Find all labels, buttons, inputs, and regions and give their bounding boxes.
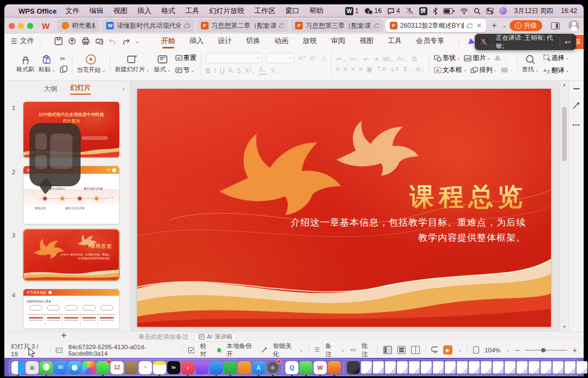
redo-icon[interactable]: [122, 38, 130, 45]
select-button[interactable]: 选择⌄: [543, 53, 569, 63]
print-icon[interactable]: [82, 37, 90, 45]
align-center-button[interactable]: ≡: [344, 65, 347, 73]
menu-文件[interactable]: 文件: [65, 6, 79, 16]
document-tab-4[interactable]: P习思想第三章（配套课件优化: [291, 19, 383, 32]
ribbon-tab-设计[interactable]: 设计: [218, 36, 232, 46]
slide-sorter-view-button[interactable]: [397, 346, 406, 354]
dock-keynote-icon[interactable]: [210, 361, 223, 374]
menu-工具[interactable]: 工具: [185, 6, 199, 16]
scroll-up-arrow[interactable]: ▲: [560, 82, 568, 87]
paragraph-settings-button[interactable]: ⊜⌄: [415, 65, 425, 73]
wifi-icon[interactable]: [460, 8, 468, 14]
underline-button[interactable]: U: [220, 67, 225, 75]
zoom-slider[interactable]: [525, 350, 567, 351]
side-panel-toggle-icon[interactable]: [551, 22, 560, 29]
outline-tab[interactable]: 大纲: [44, 84, 57, 94]
dock-photos-icon[interactable]: [82, 361, 95, 374]
increase-spacing-button[interactable]: ⇡≡: [376, 65, 385, 73]
dock-minimized-document[interactable]: [457, 361, 468, 374]
dock-minimized-document[interactable]: [493, 361, 504, 374]
textbox-button[interactable]: A 文本框⌄: [434, 65, 467, 75]
dock-minimized-document[interactable]: [481, 361, 492, 374]
dock-podcasts-icon[interactable]: [195, 361, 209, 374]
decrease-indent-button[interactable]: ⇤: [364, 55, 369, 63]
undo-icon[interactable]: [109, 38, 117, 45]
chat-tray-item[interactable]: 4: [387, 7, 400, 15]
wechat-tray-item[interactable]: 16: [364, 7, 382, 15]
dock-finder-icon[interactable]: [11, 361, 24, 374]
media-button[interactable]: ⌄: [501, 67, 513, 73]
dock-launchpad-icon[interactable]: ▦: [26, 361, 39, 374]
align-left-button[interactable]: ≡: [336, 65, 340, 73]
collapse-ribbon-icon[interactable]: [573, 88, 580, 89]
distribute-button[interactable]: ▣: [366, 65, 372, 73]
font-size-select[interactable]: [266, 53, 295, 63]
document-id[interactable]: 84c67329-5295-4130-a01d-5acde8fc3a14: [68, 344, 176, 357]
dock-messages-icon[interactable]: [40, 361, 53, 374]
fullscreen-icon[interactable]: [473, 346, 479, 353]
active-app-name[interactable]: WPS Office: [19, 7, 57, 15]
close-window-button[interactable]: [9, 23, 15, 29]
dock-minimized-document[interactable]: [409, 361, 420, 374]
highlight-color-button[interactable]: ✎⌄: [271, 67, 280, 75]
search-icon[interactable]: [474, 8, 481, 15]
layout-button[interactable]: 版式 ⌄: [154, 54, 171, 74]
share-icon[interactable]: [68, 37, 76, 45]
collapse-panel-icon[interactable]: ‹: [122, 85, 125, 93]
zoom-out-button[interactable]: −: [515, 346, 519, 355]
notes-placeholder[interactable]: 单击此处添加备注: [138, 333, 188, 341]
ribbon-tab-切换[interactable]: 切换: [246, 36, 260, 46]
more-tools-icon[interactable]: •••: [572, 121, 580, 128]
slide-thumbnail-3-selected[interactable]: 课程总览 介绍这一章基本信息，包括教学目标、重难点，为后续教学内容提供整体框架。: [23, 229, 120, 281]
mic-muted-icon[interactable]: [406, 7, 414, 15]
dock-minimized-document[interactable]: [433, 361, 444, 374]
dock-stocks-icon[interactable]: [224, 361, 237, 374]
format-painter-button[interactable]: 格式刷: [16, 55, 34, 74]
dock-minimized-document[interactable]: [505, 361, 516, 374]
dock-appstore-icon[interactable]: A: [252, 361, 265, 374]
italic-button[interactable]: I: [214, 67, 216, 75]
font-family-select[interactable]: [206, 53, 262, 63]
dock-mail-icon[interactable]: ✉: [54, 361, 67, 374]
dock-calendar-icon[interactable]: 12: [111, 361, 124, 374]
user-avatar[interactable]: [568, 20, 579, 31]
dock-safari-icon[interactable]: [68, 361, 81, 374]
dock-minimized-document[interactable]: [385, 361, 396, 374]
add-slide-button[interactable]: +: [61, 330, 67, 342]
siri-icon[interactable]: [499, 7, 507, 15]
dock-clouddrive-icon[interactable]: [328, 361, 341, 374]
shapes-button[interactable]: 形状⌄: [434, 53, 461, 63]
copy-icon[interactable]: [60, 65, 68, 73]
bullets-button[interactable]: ≔⌄: [336, 55, 346, 63]
backup-status[interactable]: 本地备份开: [226, 342, 255, 358]
dock-notes-icon[interactable]: [153, 361, 166, 374]
proofread-button[interactable]: 校对: [200, 342, 211, 358]
zoom-level[interactable]: 104%: [485, 347, 500, 353]
comments-toggle[interactable]: 批注: [362, 342, 372, 358]
normal-view-button[interactable]: [383, 346, 392, 354]
input-method-badge[interactable]: 拼: [419, 7, 427, 15]
dock-music-icon[interactable]: ♪: [181, 361, 194, 374]
quick-access-chevron-icon[interactable]: ⌄: [135, 38, 139, 44]
increase-font-button[interactable]: A⁺: [298, 54, 306, 62]
ribbon-tab-工具[interactable]: 工具: [388, 36, 402, 46]
document-tab-1[interactable]: 稻壳素材: [57, 19, 100, 32]
dock-facetime-icon[interactable]: [96, 361, 109, 374]
ribbon-tab-插入[interactable]: 插入: [189, 36, 204, 46]
new-tab-button[interactable]: +: [489, 21, 499, 31]
new-slide-button[interactable]: 新建幻灯片 ⌄: [115, 54, 150, 74]
zoom-slider-knob[interactable]: [541, 348, 546, 352]
clear-format-icon[interactable]: ◇: [321, 54, 326, 62]
menu-幻灯片放映[interactable]: 幻灯片放映: [209, 6, 244, 16]
menu-帮助[interactable]: 帮助: [309, 6, 323, 16]
ribbon-tab-视图[interactable]: 视图: [359, 36, 373, 46]
beautify-wand-icon[interactable]: [572, 101, 580, 109]
dock-books-icon[interactable]: [125, 361, 138, 374]
justify-button[interactable]: ≡: [359, 65, 363, 73]
dock-qq-icon[interactable]: Q: [285, 361, 298, 374]
menu-窗口[interactable]: 窗口: [285, 6, 299, 16]
dock-wechat-icon[interactable]: [299, 361, 313, 374]
play-from-current-button[interactable]: 当页开始 ⌄: [77, 54, 106, 74]
wps-home-logo[interactable]: W: [42, 21, 50, 31]
battery-icon[interactable]: [443, 8, 455, 14]
